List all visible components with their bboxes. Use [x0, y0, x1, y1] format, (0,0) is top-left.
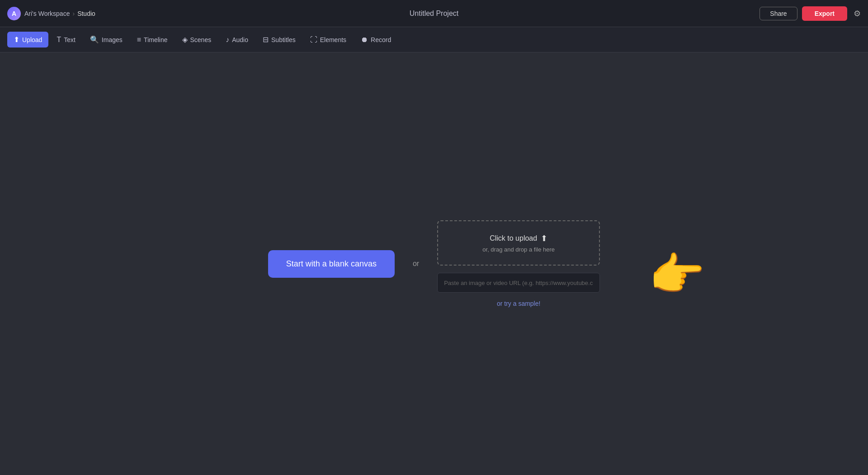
- subtitles-label: Subtitles: [271, 36, 296, 43]
- elements-icon: ⛶: [310, 36, 317, 44]
- toolbar-item-audio[interactable]: ♪Audio: [219, 32, 255, 48]
- url-input[interactable]: [437, 273, 600, 293]
- nav-right: Share Export ⚙: [752, 6, 861, 21]
- upload-click-text: Click to upload ⬆: [490, 233, 547, 243]
- upload-label: Upload: [22, 36, 42, 43]
- upload-area-container: Click to upload ⬆ or, drag and drop a fi…: [437, 220, 600, 307]
- share-button[interactable]: Share: [760, 7, 797, 20]
- toolbar: ⬆UploadTText🔍Images≡Timeline◈Scenes♪Audi…: [0, 27, 868, 52]
- breadcrumb-current: Studio: [77, 10, 95, 17]
- breadcrumb-separator: ›: [72, 10, 75, 17]
- toolbar-item-timeline[interactable]: ≡Timeline: [131, 32, 174, 48]
- blank-canvas-button[interactable]: Start with a blank canvas: [268, 250, 395, 278]
- scenes-icon: ◈: [182, 35, 188, 44]
- toolbar-item-subtitles[interactable]: ⊟Subtitles: [256, 32, 302, 48]
- try-sample-link[interactable]: or try a sample!: [497, 300, 540, 307]
- record-icon: ⏺: [361, 36, 368, 44]
- toolbar-item-elements[interactable]: ⛶Elements: [304, 32, 353, 48]
- audio-icon: ♪: [226, 36, 229, 44]
- toolbar-item-record[interactable]: ⏺Record: [354, 32, 397, 48]
- upload-section: Start with a blank canvas or Click to up…: [268, 220, 600, 307]
- audio-label: Audio: [232, 36, 248, 43]
- upload-arrow-icon: ⬆: [541, 233, 547, 243]
- upload-icon: ⬆: [14, 35, 19, 44]
- toolbar-item-upload[interactable]: ⬆Upload: [7, 32, 48, 48]
- timeline-label: Timeline: [144, 36, 167, 43]
- subtitles-icon: ⊟: [263, 35, 269, 44]
- toolbar-item-scenes[interactable]: ◈Scenes: [176, 32, 218, 48]
- avatar[interactable]: A: [7, 7, 21, 20]
- images-label: Images: [102, 36, 123, 43]
- main-content: Start with a blank canvas or Click to up…: [0, 52, 868, 475]
- scenes-label: Scenes: [190, 36, 212, 43]
- settings-icon[interactable]: ⚙: [854, 9, 861, 19]
- top-nav: A Ari's Workspace › Studio Untitled Proj…: [0, 0, 868, 27]
- project-title: Untitled Project: [410, 10, 459, 18]
- toolbar-item-text[interactable]: TText: [50, 32, 81, 48]
- pointing-hand-emoji: 👉: [649, 248, 705, 301]
- toolbar-item-images[interactable]: 🔍Images: [84, 32, 129, 48]
- nav-left: A Ari's Workspace › Studio: [7, 7, 116, 20]
- workspace-link[interactable]: Ari's Workspace: [24, 10, 70, 17]
- drag-drop-text: or, drag and drop a file here: [482, 246, 555, 253]
- export-button[interactable]: Export: [802, 6, 847, 21]
- nav-center: Untitled Project: [116, 10, 752, 18]
- text-label: Text: [64, 36, 75, 43]
- elements-label: Elements: [320, 36, 346, 43]
- images-icon: 🔍: [90, 35, 99, 44]
- record-label: Record: [371, 36, 391, 43]
- breadcrumb: Ari's Workspace › Studio: [24, 10, 95, 17]
- text-icon: T: [57, 36, 61, 44]
- upload-drop-zone[interactable]: Click to upload ⬆ or, drag and drop a fi…: [437, 220, 600, 266]
- or-separator: or: [413, 260, 419, 268]
- timeline-icon: ≡: [137, 36, 141, 44]
